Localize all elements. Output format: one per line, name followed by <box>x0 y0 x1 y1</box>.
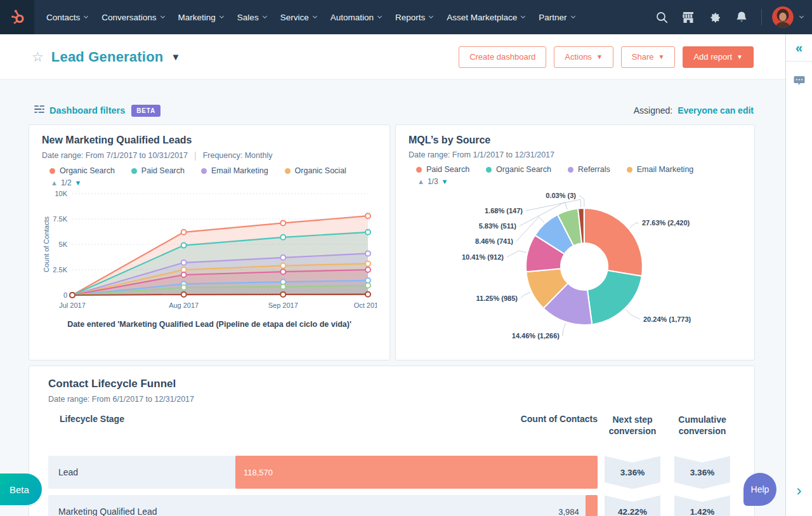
assigned-label: Assigned: <box>634 105 672 116</box>
legend-item[interactable]: Email Marketing <box>201 166 268 175</box>
legend-dot-icon <box>486 167 492 173</box>
funnel-row-lead: Lead 118,570 3.36% 3.36% <box>48 456 735 489</box>
nav-item-marketing[interactable]: Marketing <box>171 0 230 34</box>
search-icon[interactable] <box>648 0 675 34</box>
collapse-double-chevron-icon[interactable]: « <box>786 34 812 62</box>
header-buttons: Create dashboard Actions▼ Share▼ Add rep… <box>459 46 754 68</box>
avatar <box>772 6 794 28</box>
date-range-label: Date range: From 7/1/2017 to 10/31/2017 <box>42 151 188 160</box>
nav-item-reports[interactable]: Reports <box>388 0 440 34</box>
expand-chevron-icon[interactable]: › <box>786 483 812 498</box>
report-card-lifecycle-funnel: Contact Lifecycle Funnel Date range: Fro… <box>29 366 755 516</box>
settings-icon[interactable] <box>702 0 728 34</box>
funnel-column-headers: Lifecycle Stage Count of Contacts Next s… <box>48 414 735 437</box>
nav-actions <box>648 0 812 34</box>
legend-page-up-icon[interactable]: ▲ <box>51 179 58 187</box>
nav-item-automation[interactable]: Automation <box>324 0 388 34</box>
legend-item[interactable]: Organic Search <box>486 165 551 174</box>
cumulative-conversion-badge: 3.36% <box>674 456 730 489</box>
button-label: Share <box>632 52 654 62</box>
assigned-permissions-link[interactable]: Everyone can edit <box>678 105 754 116</box>
svg-text:Oct 2017: Oct 2017 <box>354 301 377 309</box>
top-navigation-bar: Contacts Conversations Marketing Sales S… <box>0 0 812 34</box>
report-meta: Date range: From 7/1/2017 to 10/31/2017 … <box>42 150 377 161</box>
next-step-conversion-badge: 3.36% <box>605 456 660 489</box>
right-rail: « › <box>785 34 812 516</box>
legend-page-down-icon[interactable]: ▼ <box>442 178 449 185</box>
hubspot-sprocket-icon <box>9 8 25 27</box>
report-title[interactable]: Contact Lifecycle Funnel <box>48 378 735 390</box>
dashboard-filters-toggle[interactable]: Dashboard filters BETA <box>34 105 160 117</box>
nav-item-partner[interactable]: Partner <box>532 0 581 34</box>
svg-text:14.46% (1,266): 14.46% (1,266) <box>512 332 560 340</box>
nav-item-label: Sales <box>237 13 259 22</box>
legend-item[interactable]: Paid Search <box>416 165 469 174</box>
account-menu[interactable] <box>772 6 803 28</box>
legend-item[interactable]: Organic Social <box>285 166 346 175</box>
funnel-track: Lead 118,570 <box>48 456 598 489</box>
nav-item-label: Conversations <box>102 13 156 22</box>
beta-feature-badge: BETA <box>131 105 160 117</box>
report-meta: Date range: From 1/1/2017 to 12/31/2017 <box>409 150 742 159</box>
report-title[interactable]: New Marketing Qualified Leads <box>42 135 377 146</box>
create-dashboard-button[interactable]: Create dashboard <box>459 46 546 68</box>
nav-item-contacts[interactable]: Contacts <box>39 0 95 34</box>
favorite-star-icon[interactable]: ☆ <box>32 50 44 63</box>
legend-dot-icon <box>49 168 55 174</box>
svg-text:27.63% (2,420): 27.63% (2,420) <box>642 219 690 227</box>
funnel-bar <box>235 456 598 489</box>
svg-text:10.41% (912): 10.41% (912) <box>462 253 504 261</box>
beta-pill[interactable]: Beta <box>0 473 42 505</box>
nav-item-asset-marketplace[interactable]: Asset Marketplace <box>440 0 532 34</box>
frequency-label: Frequency: Monthly <box>203 151 273 160</box>
add-report-button[interactable]: Add report▼ <box>683 46 754 68</box>
actions-button[interactable]: Actions▼ <box>554 46 613 68</box>
title-dropdown-icon[interactable]: ▼ <box>171 51 180 62</box>
chevron-down-icon <box>799 14 804 18</box>
hubspot-dashboard-page: Contacts Conversations Marketing Sales S… <box>0 0 812 516</box>
button-label: Add report <box>693 52 732 62</box>
svg-text:0.03% (3): 0.03% (3) <box>546 192 576 199</box>
page-title[interactable]: Lead Generation <box>51 49 164 65</box>
legend-page-down-icon[interactable]: ▼ <box>75 179 82 187</box>
legend-item[interactable]: Paid Search <box>131 166 185 175</box>
report-meta: Date range: From 6/1/2017 to 12/31/2017 <box>48 395 735 404</box>
dashboard-header: ☆ Lead Generation ▼ Create dashboard Act… <box>0 34 785 80</box>
share-button[interactable]: Share▼ <box>621 46 676 68</box>
chart-legend: Paid Search Organic Search Referrals Ema… <box>416 165 742 174</box>
nav-item-label: Reports <box>395 13 425 22</box>
nav-menu: Contacts Conversations Marketing Sales S… <box>39 0 582 34</box>
report-title[interactable]: MQL’s by Source <box>409 135 742 146</box>
funnel-bar-value: 3,984 <box>558 507 579 516</box>
hubspot-logo[interactable] <box>0 0 34 34</box>
chevron-down-icon <box>84 13 88 18</box>
nav-item-label: Asset Marketplace <box>447 13 517 22</box>
nav-item-label: Partner <box>539 13 566 22</box>
legend-item[interactable]: Email Marketing <box>627 165 694 174</box>
chevron-down-icon <box>377 13 382 18</box>
stage-label: Lead <box>58 467 78 477</box>
legend-item[interactable]: Organic Search <box>49 166 115 175</box>
legend-dot-icon <box>201 168 207 174</box>
comments-icon[interactable] <box>786 76 812 86</box>
report-card-mql-by-source: MQL’s by Source Date range: From 1/1/201… <box>395 124 755 361</box>
nav-item-service[interactable]: Service <box>273 0 324 34</box>
svg-text:Aug 2017: Aug 2017 <box>169 301 199 309</box>
legend-item[interactable]: Referrals <box>568 165 610 174</box>
legend-page-up-icon[interactable]: ▲ <box>417 178 424 185</box>
notifications-icon[interactable] <box>728 0 755 34</box>
chevron-down-icon: ▼ <box>737 53 743 60</box>
help-button[interactable]: Help <box>743 473 776 506</box>
svg-text:7.5K: 7.5K <box>53 215 67 223</box>
svg-text:20.24% (1,773): 20.24% (1,773) <box>643 315 691 323</box>
svg-text:5.83% (511): 5.83% (511) <box>479 222 517 230</box>
legend-dot-icon <box>568 167 573 173</box>
dashboard-filters-label: Dashboard filters <box>49 105 125 116</box>
svg-text:11.25% (985): 11.25% (985) <box>476 294 518 302</box>
legend-dot-icon <box>131 168 137 174</box>
nav-item-conversations[interactable]: Conversations <box>95 0 171 34</box>
marketplace-icon[interactable] <box>675 0 702 34</box>
legend-pager: ▲ 1/2 ▼ <box>51 178 377 187</box>
legend-page-indicator: 1/3 <box>428 177 438 186</box>
nav-item-sales[interactable]: Sales <box>230 0 273 34</box>
